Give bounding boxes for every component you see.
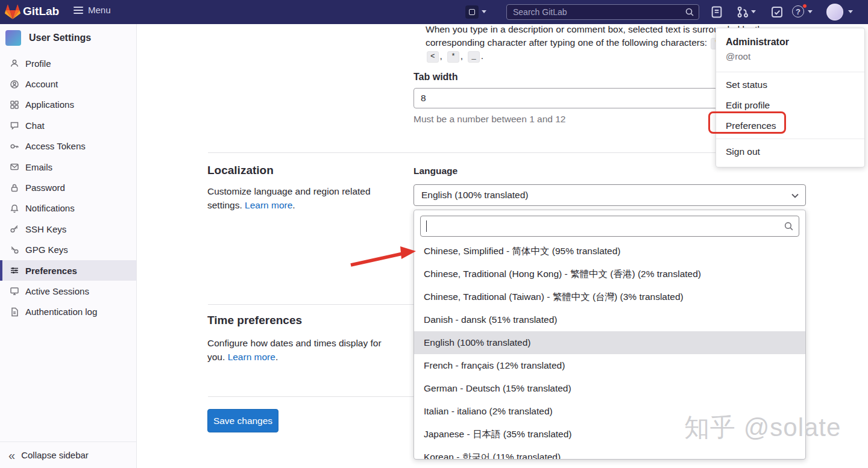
sidebar-item-chat[interactable]: Chat	[0, 115, 136, 136]
annotation-red-arrow	[347, 243, 420, 270]
code-char: *	[447, 51, 459, 63]
settings-sidebar: User Settings Profile Account Applicatio…	[0, 24, 137, 468]
menu-divider	[716, 139, 864, 139]
token-icon	[10, 142, 19, 151]
sidebar-item-password[interactable]: Password	[0, 177, 136, 198]
chevron-down-icon	[808, 10, 813, 13]
tab-width-label: Tab width	[414, 72, 458, 83]
sidebar-item-authentication-log[interactable]: Authentication log	[0, 302, 136, 322]
language-option[interactable]: Korean - 한국어 (11% translated)	[414, 446, 805, 460]
language-option[interactable]: Danish - dansk (51% translated)	[414, 308, 805, 331]
text-caret	[426, 220, 427, 232]
chat-icon	[10, 120, 19, 130]
monitor-icon	[10, 286, 19, 296]
user-settings-avatar	[5, 30, 21, 46]
collapse-icon: «	[8, 449, 15, 461]
language-dropdown-panel: Chinese, Simplified - 简体中文 (95% translat…	[414, 210, 806, 460]
todos-button[interactable]	[770, 5, 784, 19]
search-icon	[784, 221, 794, 231]
sidebar-item-access-tokens[interactable]: Access Tokens	[0, 136, 136, 157]
menu-item-set-status[interactable]: Set status	[716, 75, 864, 95]
sidebar-item-ssh-keys[interactable]: SSH Keys	[0, 219, 136, 239]
bell-icon	[10, 204, 19, 213]
localization-description: Customize language and region related se…	[207, 184, 376, 212]
sidebar-item-account[interactable]: Account	[0, 73, 136, 94]
key-icon	[10, 224, 19, 234]
menu-divider	[716, 72, 864, 72]
issues-button[interactable]	[710, 5, 723, 19]
chevron-down-icon	[751, 10, 756, 13]
save-changes-button[interactable]: Save changes	[207, 409, 278, 432]
gitlab-wordmark[interactable]: GitLab	[23, 5, 59, 18]
time-preferences-title: Time preferences	[207, 314, 302, 327]
language-search-input[interactable]	[420, 216, 799, 237]
sidebar-item-applications[interactable]: Applications	[0, 95, 136, 115]
global-search	[506, 4, 699, 20]
applications-icon	[10, 100, 19, 110]
menu-item-sign-out[interactable]: Sign out	[716, 142, 864, 162]
notification-dot	[802, 4, 807, 8]
language-selected-value: English (100% translated)	[421, 190, 529, 201]
gitlab-logo-icon[interactable]	[5, 4, 20, 20]
time-preferences-description: Configure how dates and times display fo…	[207, 336, 385, 364]
user-handle: @root	[726, 51, 855, 61]
learn-more-link[interactable]: Learn more	[228, 352, 275, 362]
menu-label: Menu	[88, 5, 111, 15]
language-option[interactable]: French - français (12% translated)	[414, 354, 805, 377]
new-menu-button[interactable]	[465, 5, 479, 19]
chevron-down-icon	[482, 10, 486, 13]
sidebar-item-profile[interactable]: Profile	[0, 53, 136, 73]
email-icon	[10, 162, 19, 172]
code-char: <	[427, 51, 439, 63]
lock-icon	[10, 183, 19, 193]
profile-icon	[10, 58, 19, 68]
merge-requests-button[interactable]	[736, 5, 749, 19]
sidebar-item-emails[interactable]: Emails	[0, 157, 136, 177]
search-icon	[685, 7, 694, 17]
sidebar-item-active-sessions[interactable]: Active Sessions	[0, 281, 136, 301]
help-button[interactable]: ?	[792, 5, 805, 19]
menu-item-preferences[interactable]: Preferences	[716, 116, 864, 136]
log-icon	[10, 307, 19, 317]
language-select[interactable]: English (100% translated)	[414, 184, 806, 206]
user-dropdown-menu: Administrator @root Set status Edit prof…	[715, 28, 865, 167]
language-option[interactable]: Chinese, Traditional (Hong Kong) - 繁體中文 …	[414, 263, 805, 285]
code-char: _	[468, 51, 480, 63]
top-navbar: GitLab Menu ?	[0, 0, 868, 24]
sidebar-item-gpg-keys[interactable]: GPG Keys	[0, 240, 136, 260]
search-input[interactable]	[506, 4, 699, 20]
localization-title: Localization	[207, 164, 274, 177]
learn-more-link[interactable]: Learn more	[245, 200, 292, 210]
preferences-icon	[10, 266, 19, 275]
key-icon	[10, 245, 19, 255]
language-option[interactable]: Japanese - 日本語 (35% translated)	[414, 423, 805, 446]
issues-icon	[710, 5, 723, 19]
user-avatar[interactable]	[826, 4, 843, 20]
language-options-list: Chinese, Simplified - 简体中文 (95% translat…	[414, 240, 805, 460]
language-option-selected[interactable]: English (100% translated)	[414, 331, 805, 354]
language-option[interactable]: Italian - italiano (2% translated)	[414, 400, 805, 423]
menu-item-edit-profile[interactable]: Edit profile	[716, 95, 864, 116]
merge-request-icon	[736, 5, 749, 19]
new-menu-icon	[469, 9, 475, 15]
chevron-down-icon	[791, 193, 799, 198]
sidebar-item-notifications[interactable]: Notifications	[0, 198, 136, 219]
user-fullname: Administrator	[726, 37, 855, 48]
sidebar-item-preferences[interactable]: Preferences	[0, 260, 136, 281]
collapse-sidebar-button[interactable]: « Collapse sidebar	[0, 441, 136, 468]
menu-button[interactable]: Menu	[74, 5, 111, 15]
language-option[interactable]: Chinese, Traditional (Taiwan) - 繁體中文 (台灣…	[414, 285, 805, 308]
tab-width-help-text: Must be a number between 1 and 12	[414, 114, 565, 125]
sidebar-title: User Settings	[29, 33, 91, 43]
language-option[interactable]: German - Deutsch (15% translated)	[414, 377, 805, 400]
language-label: Language	[414, 166, 458, 176]
todo-check-icon	[770, 5, 784, 19]
account-icon	[10, 80, 19, 89]
hamburger-icon	[74, 7, 83, 14]
language-option[interactable]: Chinese, Simplified - 简体中文 (95% translat…	[414, 240, 805, 263]
chevron-down-icon	[848, 10, 853, 13]
